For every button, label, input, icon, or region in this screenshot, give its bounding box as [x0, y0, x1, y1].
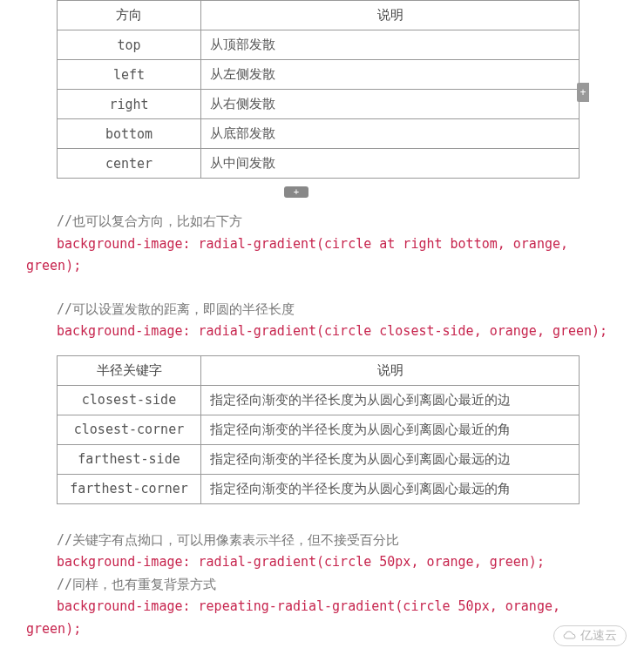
table-header-row: 半径关键字 说明 [58, 355, 580, 385]
description-cell: 指定径向渐变的半径长度为从圆心到离圆心最近的边 [201, 385, 580, 415]
direction-table: 方向 说明 top 从顶部发散 left 从左侧发散 right 从右侧发散 b… [57, 0, 580, 179]
plus-icon: + [284, 186, 308, 198]
table-header-keyword: 半径关键字 [58, 355, 201, 385]
table-row: center 从中间发散 [58, 149, 580, 179]
watermark-badge: 亿速云 [553, 625, 627, 646]
keyword-cell: farthest-corner [58, 474, 201, 503]
table-add-row-control[interactable]: + [270, 183, 322, 198]
table-header-description: 说明 [201, 355, 580, 385]
direction-cell: top [58, 30, 201, 60]
description-cell: 从右侧发散 [201, 90, 580, 119]
description-cell: 指定径向渐变的半径长度为从圆心到离圆心最远的边 [201, 444, 580, 474]
keyword-cell: farthest-side [58, 444, 201, 474]
code-line: background-image: radial-gradient(circle… [57, 321, 618, 343]
direction-cell: bottom [58, 119, 201, 149]
code-line: background-image: radial-gradient(circle… [57, 551, 618, 574]
table-header-description: 说明 [201, 1, 580, 30]
table-row: right 从右侧发散 [58, 90, 580, 119]
direction-cell: left [58, 60, 201, 90]
cloud-icon [563, 631, 577, 641]
table-row: top 从顶部发散 [58, 30, 580, 60]
table-row: farthest-corner 指定径向渐变的半径长度为从圆心到离圆心最远的角 [58, 474, 580, 503]
table-row: farthest-side 指定径向渐变的半径长度为从圆心到离圆心最远的边 [58, 444, 580, 474]
description-cell: 从左侧发散 [201, 60, 580, 90]
description-cell: 从中间发散 [201, 149, 580, 179]
table-row: closest-corner 指定径向渐变的半径长度为从圆心到离圆心最近的角 [58, 415, 580, 444]
table-row: closest-side 指定径向渐变的半径长度为从圆心到离圆心最近的边 [58, 385, 580, 415]
code-line: background-image: radial-gradient(circle… [26, 233, 618, 278]
code-line: background-image: repeating-radial-gradi… [26, 596, 618, 640]
table-header-row: 方向 说明 [58, 1, 580, 30]
description-cell: 指定径向渐变的半径长度为从圆心到离圆心最近的角 [201, 415, 580, 444]
code-comment: //也可以复合方向，比如右下方 [57, 211, 618, 233]
direction-cell: right [58, 90, 201, 119]
table-row: left 从左侧发散 [58, 60, 580, 90]
code-comment: //同样，也有重复背景方式 [57, 574, 618, 597]
description-cell: 指定径向渐变的半径长度为从圆心到离圆心最远的角 [201, 474, 580, 503]
direction-cell: center [58, 149, 201, 179]
code-comment: //关键字有点拗口，可以用像素表示半径，但不接受百分比 [57, 530, 618, 552]
description-cell: 从顶部发散 [201, 30, 580, 60]
description-cell: 从底部发散 [201, 119, 580, 149]
code-comment: //可以设置发散的距离，即圆的半径长度 [57, 299, 618, 321]
table-header-direction: 方向 [58, 1, 201, 30]
sidebar-expand-icon[interactable]: + [577, 83, 589, 102]
radius-keyword-table: 半径关键字 说明 closest-side 指定径向渐变的半径长度为从圆心到离圆… [57, 355, 580, 504]
keyword-cell: closest-side [58, 385, 201, 415]
keyword-cell: closest-corner [58, 415, 201, 444]
table-row: bottom 从底部发散 [58, 119, 580, 149]
watermark-text: 亿速云 [580, 628, 617, 642]
